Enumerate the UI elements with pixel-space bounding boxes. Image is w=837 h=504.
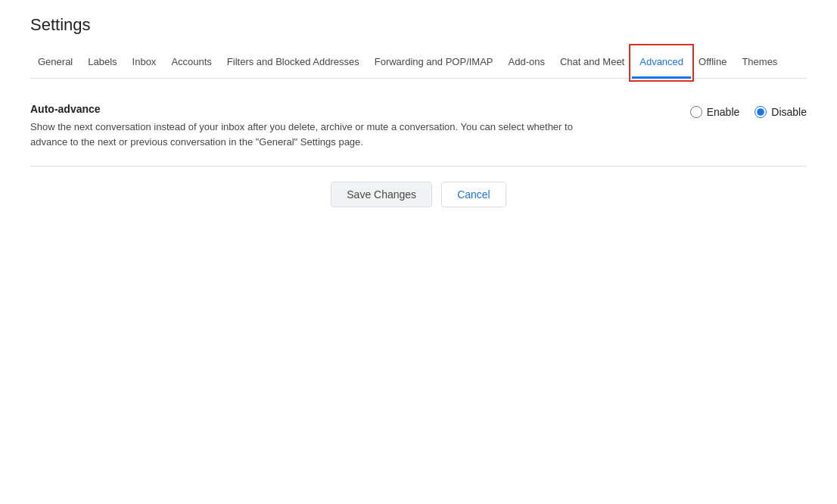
tab-general[interactable]: General (30, 47, 80, 79)
tab-forwarding[interactable]: Forwarding and POP/IMAP (367, 47, 501, 79)
settings-content: Auto-advanceShow the next conversation i… (30, 79, 807, 166)
settings-page: Settings GeneralLabelsInboxAccountsFilte… (0, 0, 837, 230)
setting-controls-auto-advance: EnableDisable (640, 103, 807, 118)
tab-accounts[interactable]: Accounts (163, 47, 219, 79)
disable-option-auto-advance[interactable]: Disable (755, 106, 807, 118)
tab-labels[interactable]: Labels (80, 47, 124, 79)
tab-addons[interactable]: Add-ons (501, 47, 552, 79)
enable-option-auto-advance[interactable]: Enable (690, 106, 740, 118)
footer-buttons: Save Changes Cancel (30, 166, 807, 215)
enable-radio-auto-advance[interactable] (690, 106, 702, 118)
cancel-button[interactable]: Cancel (441, 182, 506, 207)
page-title: Settings (30, 15, 807, 35)
tab-inbox[interactable]: Inbox (125, 47, 164, 79)
setting-description-auto-advance: Show the next conversation instead of yo… (30, 120, 575, 149)
setting-info-auto-advance: Auto-advanceShow the next conversation i… (30, 103, 575, 149)
disable-label-auto-advance: Disable (771, 106, 807, 118)
setting-title-auto-advance: Auto-advance (30, 103, 575, 115)
settings-tabs: GeneralLabelsInboxAccountsFilters and Bl… (30, 47, 807, 79)
setting-row-auto-advance: Auto-advanceShow the next conversation i… (30, 86, 807, 166)
tab-advanced[interactable]: Advanced (632, 47, 691, 79)
tab-filters[interactable]: Filters and Blocked Addresses (219, 47, 367, 79)
enable-label-auto-advance: Enable (707, 106, 740, 118)
disable-radio-auto-advance[interactable] (755, 106, 767, 118)
tab-themes[interactable]: Themes (734, 47, 785, 79)
tab-chat[interactable]: Chat and Meet (552, 47, 632, 79)
tab-offline[interactable]: Offline (691, 47, 734, 79)
save-button[interactable]: Save Changes (331, 182, 432, 207)
